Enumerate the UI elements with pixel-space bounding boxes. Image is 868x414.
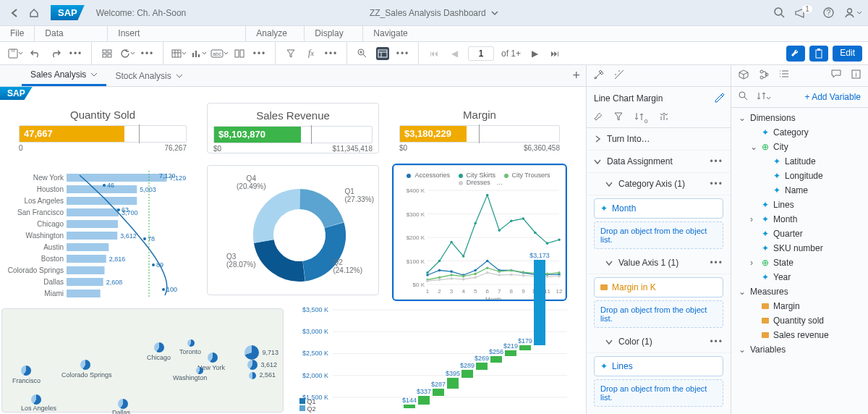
- more-analyze-icon[interactable]: •••: [325, 47, 338, 60]
- tile-margin[interactable]: Margin $3,180,229 $0$6,360,458: [393, 103, 566, 153]
- refresh-icon[interactable]: [121, 47, 134, 60]
- panel-wrench-icon[interactable]: [594, 112, 603, 124]
- tile-city-bars[interactable]: New York7,129Houston5,003Los AngelesSan …: [7, 171, 188, 303]
- back-icon[interactable]: [6, 4, 25, 22]
- search-icon[interactable]: [770, 4, 788, 22]
- tree-item-longitude[interactable]: ✦Longitude: [731, 169, 868, 183]
- more-insert-icon[interactable]: •••: [253, 47, 266, 60]
- objects-info-icon[interactable]: i: [851, 69, 861, 82]
- home-icon[interactable]: [25, 4, 43, 22]
- tree-measure-sales-revenue[interactable]: Sales revenue: [731, 328, 868, 342]
- zoom-icon[interactable]: [356, 47, 369, 60]
- tree-dimensions-header[interactable]: ⌄Dimensions: [731, 111, 868, 125]
- category-axis-row[interactable]: Category Axis (1) •••: [587, 173, 731, 195]
- next-page-icon[interactable]: ▶: [528, 47, 541, 60]
- page-input[interactable]: [468, 46, 494, 61]
- data-assignment-row[interactable]: Data Assignment •••: [587, 151, 731, 173]
- tree-item-year[interactable]: ✦Year: [731, 270, 868, 284]
- panel-filter-icon[interactable]: [614, 112, 623, 124]
- save-icon[interactable]: [9, 47, 22, 60]
- menu-navigate[interactable]: Navigate: [363, 26, 417, 41]
- objects-comment-icon[interactable]: [831, 69, 841, 82]
- panel-sort-icon[interactable]: 0: [634, 112, 647, 124]
- chip-month[interactable]: ✦Month: [594, 198, 723, 219]
- data-icon[interactable]: [101, 47, 114, 60]
- help-icon[interactable]: ?: [819, 4, 838, 22]
- tile-donut[interactable]: Q4(20.49%) Q1(27.33%) Q2(24.12%) Q3(28.0…: [207, 165, 379, 295]
- menu-insert[interactable]: Insert: [108, 26, 245, 41]
- build-icon[interactable]: [594, 69, 604, 82]
- drop-zone-value[interactable]: Drop an object from the object list.: [594, 300, 723, 328]
- more-icon[interactable]: •••: [710, 258, 723, 268]
- user-icon[interactable]: [843, 4, 862, 22]
- tile-green-bars[interactable]: $3,500 K$3,000 K$2,500 K$2,000 K$1,500 K…: [295, 307, 570, 413]
- dashboard-title[interactable]: ZZ_Sales Analysis Dashboard: [370, 8, 498, 18]
- tree-measure-margin[interactable]: Margin: [731, 299, 868, 313]
- tree-measure-quantity-sold[interactable]: Quantity sold: [731, 313, 868, 328]
- more-file-icon[interactable]: •••: [69, 47, 82, 60]
- add-tab-button[interactable]: +: [572, 68, 580, 83]
- tile-sales-revenue[interactable]: Sales Revenue $8,103,870 $0$11,345,418: [207, 103, 379, 153]
- tile-title: Quantity Sold: [19, 109, 187, 121]
- tree-item-latitude[interactable]: ✦Latitude: [731, 154, 868, 169]
- tree-search-icon[interactable]: [739, 91, 748, 103]
- tree-sort-icon[interactable]: [757, 91, 771, 103]
- tree-item-lines[interactable]: ✦Lines: [731, 198, 868, 212]
- menu-data[interactable]: Data: [35, 26, 107, 41]
- tree-item-sku-number[interactable]: ✦SKU number: [731, 241, 868, 255]
- more-icon[interactable]: •••: [710, 156, 723, 166]
- tile-quantity-sold[interactable]: Quantity Sold 47,667 076,267: [13, 103, 192, 153]
- tree-measures-header[interactable]: ⌄Measures: [731, 284, 868, 299]
- table-icon[interactable]: [172, 47, 185, 60]
- tree-item-quarter[interactable]: ✦Quarter: [731, 227, 868, 241]
- undo-icon[interactable]: [29, 47, 42, 60]
- last-page-icon[interactable]: ⏭: [548, 47, 561, 60]
- first-page-icon[interactable]: ⏮: [427, 47, 441, 60]
- formula-icon[interactable]: fx: [305, 47, 318, 60]
- tree-item-state[interactable]: ›⊕State: [731, 255, 868, 270]
- edit-button[interactable]: Edit: [833, 46, 862, 62]
- rename-icon[interactable]: [715, 93, 723, 104]
- tree-item-name[interactable]: ✦Name: [731, 183, 868, 198]
- more-icon[interactable]: •••: [710, 179, 723, 189]
- prev-page-icon[interactable]: ◀: [448, 47, 461, 60]
- more-data-icon[interactable]: •••: [141, 47, 154, 60]
- wrench-icon[interactable]: [786, 46, 805, 62]
- clipboard-icon[interactable]: [809, 46, 828, 62]
- value-axis-row[interactable]: Value Axis 1 (1) •••: [587, 252, 731, 274]
- color-row[interactable]: Color (1) •••: [587, 331, 731, 353]
- panel-rank-icon[interactable]: [659, 112, 669, 124]
- report-canvas: SAP Quantity Sold 47,667 076,267 Sales R…: [0, 87, 586, 414]
- tree-item-city[interactable]: ⌄⊕City: [731, 140, 868, 154]
- objects-list-icon[interactable]: [779, 69, 789, 82]
- chart-icon[interactable]: [192, 47, 205, 60]
- tree-item-month[interactable]: ›✦Month: [731, 212, 868, 227]
- section-icon[interactable]: [233, 47, 246, 60]
- menu-file[interactable]: File: [0, 26, 34, 41]
- svg-point-114: [474, 273, 477, 276]
- magic-icon[interactable]: [614, 69, 624, 82]
- tabstrip: Sales Analysis Stock Analysis +: [0, 65, 586, 87]
- filter-icon[interactable]: [284, 47, 297, 60]
- layout-icon[interactable]: [376, 47, 389, 60]
- more-display-icon[interactable]: •••: [396, 47, 409, 60]
- tab-stock-analysis[interactable]: Stock Analysis: [106, 67, 191, 85]
- menu-display[interactable]: Display: [305, 26, 362, 41]
- tile-map[interactable]: Chicago Toronto New York Washington Colo…: [1, 308, 284, 413]
- announce-icon[interactable]: 1: [794, 4, 813, 22]
- redo-icon[interactable]: [49, 47, 62, 60]
- tree-item-category[interactable]: ✦Category: [731, 125, 868, 140]
- objects-hier-icon[interactable]: [759, 69, 769, 82]
- chip-margin[interactable]: Margin in K: [594, 277, 723, 297]
- tree-variables-header[interactable]: ⌄Variables: [731, 342, 868, 357]
- add-variable-button[interactable]: + Add Variable: [804, 92, 861, 102]
- drop-zone-category[interactable]: Drop an object from the object list.: [594, 221, 723, 249]
- tab-sales-analysis[interactable]: Sales Analysis: [22, 65, 106, 86]
- more-icon[interactable]: •••: [710, 337, 723, 347]
- text-icon[interactable]: abc: [213, 47, 226, 60]
- menu-analyze[interactable]: Analyze: [246, 26, 304, 41]
- drop-zone-color[interactable]: Drop an object from the object list.: [594, 379, 723, 407]
- chip-lines[interactable]: ✦Lines: [594, 356, 723, 376]
- turn-into-row[interactable]: Turn Into…: [587, 128, 731, 151]
- objects-cube-icon[interactable]: [739, 69, 749, 82]
